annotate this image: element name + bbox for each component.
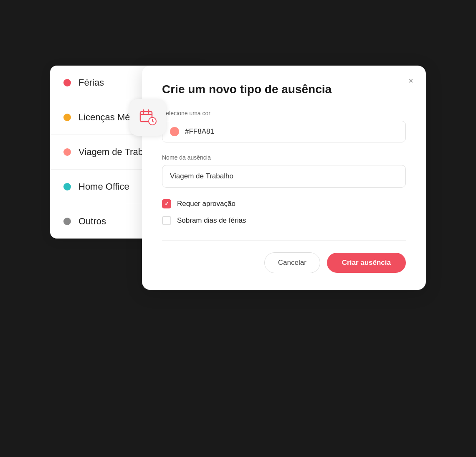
modal-footer: Cancelar Criar ausência [162, 240, 406, 273]
create-button[interactable]: Criar ausência [327, 253, 406, 273]
checkbox-ferias-label: Sobram dias de férias [177, 216, 246, 225]
dot-homeoffice [63, 183, 71, 190]
modal-title: Crie um novo tipo de ausência [162, 82, 406, 96]
color-swatch [170, 127, 179, 136]
dot-licencas [63, 114, 71, 121]
floating-schedule-icon [129, 99, 166, 136]
close-button[interactable]: × [404, 74, 418, 87]
label-homeoffice: Home Office [78, 181, 129, 192]
dot-ferias [63, 79, 71, 86]
absence-name-input[interactable] [162, 165, 406, 188]
absence-name-label: Nome da ausência [162, 154, 406, 161]
checkbox-aprovacao-label: Requer aprovação [177, 200, 235, 208]
dot-viagem [63, 148, 71, 156]
checkbox-aprovacao[interactable] [162, 199, 171, 208]
checkbox-aprovacao-row: Requer aprovação [162, 199, 406, 208]
color-hex-value: #FF8A81 [185, 127, 214, 136]
label-ferias: Férias [78, 77, 104, 88]
color-input[interactable]: #FF8A81 [162, 121, 406, 142]
cancel-button[interactable]: Cancelar [264, 252, 320, 273]
checkbox-ferias-row: Sobram dias de férias [162, 216, 406, 225]
modal-wrapper: × Crie um novo tipo de ausência Selecion… [142, 41, 426, 290]
create-absence-modal: × Crie um novo tipo de ausência Selecion… [142, 66, 426, 290]
label-outros: Outros [78, 216, 106, 227]
checkbox-ferias[interactable] [162, 216, 171, 225]
dot-outros [63, 218, 71, 225]
color-field-label: Selecione uma cor [162, 110, 406, 117]
